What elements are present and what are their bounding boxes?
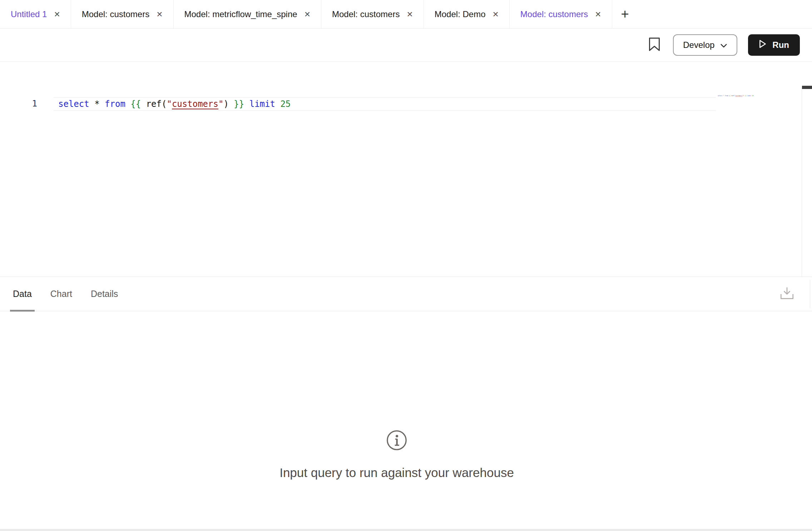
tab[interactable]: Model: customers × xyxy=(321,0,424,28)
code-token: }} xyxy=(234,99,244,109)
code-token: ref( xyxy=(731,95,734,96)
code-tokens: select * from {{ ref("customers") }} lim… xyxy=(58,98,716,110)
download-button[interactable] xyxy=(778,286,796,303)
code-token xyxy=(141,99,146,109)
bookmark-icon xyxy=(649,37,660,53)
code-token xyxy=(244,99,249,109)
code-token: 25 xyxy=(752,95,753,96)
minimap[interactable]: select * from {{ ref("customers") }} lim… xyxy=(718,95,800,116)
tab-label: Model: customers xyxy=(82,9,149,19)
code-token: 25 xyxy=(280,99,291,109)
empty-state-message: Input query to run against your warehous… xyxy=(279,466,514,480)
minimap-code: select * from {{ ref("customers") }} lim… xyxy=(718,95,731,96)
line-number: 1 xyxy=(0,97,54,111)
tab[interactable]: Model: customers × xyxy=(510,0,612,28)
toolbar: Develop Run xyxy=(0,29,812,62)
results-tab-bar: DataChartDetails xyxy=(0,277,812,311)
close-icon[interactable]: × xyxy=(407,9,412,19)
code-token: limit xyxy=(249,99,275,109)
chevron-down-icon xyxy=(720,40,727,50)
run-button-label: Run xyxy=(772,40,789,50)
tab-label: Untitled 1 xyxy=(11,9,47,19)
code-token xyxy=(89,99,94,109)
code-token: select xyxy=(58,99,89,109)
tab[interactable]: Model: metricflow_time_spine × xyxy=(174,0,321,28)
code-token: " xyxy=(167,99,172,109)
tab[interactable]: Model: customers × xyxy=(71,0,174,28)
tab-label: Model: customers xyxy=(520,9,588,19)
tab[interactable]: Model: Demo × xyxy=(424,0,510,28)
code-token: ref( xyxy=(146,99,167,109)
code-token: " xyxy=(218,99,223,109)
close-icon[interactable]: × xyxy=(157,9,162,19)
download-icon xyxy=(779,286,795,302)
code-token xyxy=(275,99,280,109)
info-icon xyxy=(386,430,407,452)
play-icon xyxy=(759,40,767,50)
code-token: * xyxy=(94,99,99,109)
code-line[interactable]: select * from {{ ref("customers") }} lim… xyxy=(54,97,716,111)
close-icon[interactable]: × xyxy=(595,9,601,19)
results-tab[interactable]: Data xyxy=(13,277,32,311)
code-token: customers xyxy=(735,95,742,96)
close-icon[interactable]: × xyxy=(493,9,499,19)
run-button[interactable]: Run xyxy=(748,34,800,56)
results-panel: DataChartDetails Input query to run agai xyxy=(0,277,812,531)
code-token: from xyxy=(725,95,728,96)
tab[interactable]: Untitled 1 × xyxy=(0,0,71,28)
new-tab-button[interactable]: + xyxy=(612,0,638,28)
code-token xyxy=(125,99,130,109)
code-token xyxy=(229,99,234,109)
code-line-row: 1 select * from {{ ref("customers") }} l… xyxy=(0,97,812,111)
code-token: limit xyxy=(747,95,751,96)
code-editor[interactable]: 1 select * from {{ ref("customers") }} l… xyxy=(0,62,812,277)
results-empty-state: Input query to run against your warehous… xyxy=(0,311,812,480)
code-token: ) xyxy=(223,99,228,109)
tab-label: Model: metricflow_time_spine xyxy=(184,9,297,19)
develop-button[interactable]: Develop xyxy=(673,34,737,56)
editor-tab-bar: Untitled 1 × Model: customers × Model: m… xyxy=(0,0,812,29)
results-tab[interactable]: Details xyxy=(91,277,118,311)
develop-button-label: Develop xyxy=(683,40,714,50)
code-token xyxy=(100,99,105,109)
editor-scrollbar-track xyxy=(802,88,802,277)
editor-scrollbar-thumb[interactable] xyxy=(802,86,812,89)
tab-label: Model: customers xyxy=(332,9,400,19)
code-token: customers xyxy=(172,99,218,109)
tab-label: Model: Demo xyxy=(435,9,486,19)
code-token: from xyxy=(105,99,125,109)
panel-scrollbar-track xyxy=(810,280,810,308)
code-token: {{ xyxy=(130,99,141,109)
bottom-edge-bar xyxy=(0,529,812,531)
code-token: select xyxy=(718,95,722,96)
bookmark-button[interactable] xyxy=(647,36,662,54)
close-icon[interactable]: × xyxy=(304,9,310,19)
results-tab[interactable]: Chart xyxy=(50,277,72,311)
close-icon[interactable]: × xyxy=(54,9,60,19)
